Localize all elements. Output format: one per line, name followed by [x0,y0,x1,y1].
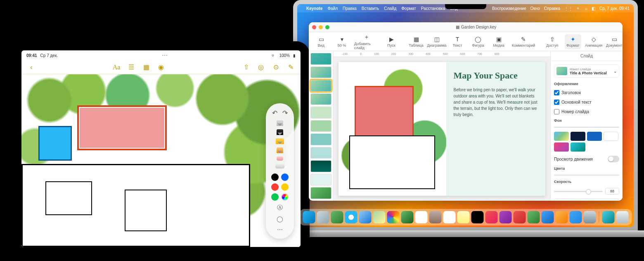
color-yellow[interactable] [281,183,289,191]
menu-window[interactable]: Окно [530,6,540,11]
menu-insert[interactable]: Вставить [362,6,379,11]
dock-pages-icon[interactable] [555,211,568,223]
dock-settings-icon[interactable] [583,211,596,223]
menu-edit[interactable]: Правка [343,6,357,11]
slide-image-placeholder[interactable] [339,62,446,196]
dock-downloads-icon[interactable] [602,211,614,223]
markup-icon[interactable]: ◎ [257,63,265,71]
color-strip[interactable] [554,175,619,176]
keynote-titlebar[interactable]: ▦ Garden Design.key [309,22,623,32]
wifi-icon[interactable]: ᯤ [577,6,581,11]
tool-animate-tab[interactable]: ◇Анимация [585,36,602,47]
dock-mail-icon[interactable] [359,211,371,223]
share-icon[interactable]: ⇧ [242,63,250,71]
menu-play[interactable]: Воспроизведение [492,6,526,11]
dock-finder-icon[interactable] [303,211,315,223]
color-red[interactable] [271,183,279,191]
checklist-icon[interactable]: ☰ [127,63,135,71]
tool-table[interactable]: ▦Таблица [408,36,424,47]
slide-thumb[interactable] [310,107,331,119]
dock-launchpad-icon[interactable] [317,211,329,223]
current-slide[interactable]: Map Your Space Before we bring pen to pa… [339,62,545,196]
dock-news-icon[interactable] [513,211,526,223]
slide-text-area[interactable]: Map Your Space Before we bring pen to pa… [446,62,545,196]
minimize-button[interactable] [319,25,323,29]
slide-thumb[interactable] [310,120,331,132]
table-icon[interactable]: ▦ [142,63,150,71]
eraser-tool[interactable] [277,157,283,160]
motion-toggle[interactable] [608,156,619,162]
dock-contacts-icon[interactable] [429,211,441,223]
dock-podcasts-icon[interactable] [499,211,511,223]
slide-thumb[interactable] [310,93,331,105]
redo-button[interactable]: ↷ [282,109,288,117]
checkbox-title[interactable]: Заголовок [554,90,619,95]
dock-numbers-icon[interactable] [527,211,540,223]
more-icon[interactable]: ⊙ [272,63,280,71]
garden-sketch[interactable] [21,74,301,247]
pen-tool[interactable] [277,129,283,135]
menubar-app-name[interactable]: Keynote [306,6,322,11]
crayon-tool[interactable] [277,147,283,153]
text-style-icon[interactable]: Aa [112,64,121,71]
dock-maps-icon[interactable] [373,211,385,223]
compose-icon[interactable]: ✎ [286,63,295,71]
speed-slider[interactable] [554,191,603,192]
menubar-datetime[interactable]: Ср, 7 дек. 09:41 [599,6,630,11]
tool-zoom[interactable]: ▾50 % [334,36,350,47]
dock-keynote-icon[interactable] [541,211,554,223]
dock-safari-icon[interactable] [345,211,357,223]
tool-chart[interactable]: ◫Диаграмма [429,36,445,47]
background-segmented[interactable]: Стандартный Динамический [554,127,619,128]
seg-dynamic[interactable]: Динамический [587,127,619,128]
slide-thumb[interactable] [310,160,331,172]
color-green[interactable] [271,193,279,201]
slide-navigator[interactable] [309,51,334,201]
tool-view[interactable]: ▭Вид [313,36,329,47]
dock-appstore-icon[interactable] [569,211,582,223]
dock-reminders-icon[interactable] [443,211,455,223]
menu-help[interactable]: Справка [544,6,560,11]
tool-play[interactable]: ▶Пуск [383,36,400,47]
bg-swatch[interactable] [604,132,618,141]
tool-add-slide[interactable]: ＋Добавить слайд [354,33,379,50]
slide-heading[interactable]: Map Your Space [454,70,538,81]
wifi-icon[interactable]: ⋮⋮ [564,6,573,11]
dock-tv-icon[interactable] [471,211,483,223]
slide-thumb[interactable] [310,174,331,186]
tool-share[interactable]: ⇧Доступ [544,36,561,47]
menu-file[interactable]: Файл [327,6,338,11]
multitask-dots-icon[interactable]: ⋯ [162,52,168,59]
dock-messages-icon[interactable] [331,211,343,223]
dock-calendar-icon[interactable] [415,211,427,223]
slide-thumb[interactable] [310,147,331,159]
color-wheel[interactable] [281,193,289,201]
pencil-tool[interactable] [277,120,283,126]
slide-thumb[interactable] [310,53,331,65]
markup-tool-palette[interactable]: ↶ ↷ Ⓐ ◯ [266,103,294,239]
menu-slide[interactable]: Слайд [384,6,396,11]
menu-format[interactable]: Формат [401,6,416,11]
notes-canvas[interactable]: ↶ ↷ Ⓐ ◯ [21,74,301,247]
tool-shape[interactable]: ◯Фигура [470,36,486,47]
tool-media[interactable]: ▣Медиа [490,36,507,47]
bg-swatch[interactable] [571,142,585,152]
search-icon[interactable]: ⌕ [585,6,587,11]
speed-value[interactable]: 88 [605,188,619,195]
slide-thumb[interactable] [310,80,331,92]
dock-notes-icon[interactable] [457,211,469,223]
camera-icon[interactable]: ◉ [157,63,165,71]
dock-facetime-icon[interactable] [401,211,413,223]
slide-thumb[interactable] [310,187,331,199]
slide-editor[interactable]: Map Your Space Before we bring pen to pa… [334,57,550,201]
bg-swatch[interactable] [554,132,569,141]
dock-music-icon[interactable] [485,211,497,223]
layout-picker[interactable]: Макет слайда Title & Photo Vertical ⌄ [554,64,619,78]
color-black[interactable] [271,173,279,181]
add-text-tool-icon[interactable]: Ⓐ [277,204,283,211]
control-center-icon[interactable]: ◧ [592,6,595,11]
palette-more-icon[interactable]: ⋯ [277,226,283,233]
zoom-button[interactable] [325,25,329,29]
undo-button[interactable]: ↶ [272,109,277,117]
ruler-tool[interactable] [275,164,284,168]
